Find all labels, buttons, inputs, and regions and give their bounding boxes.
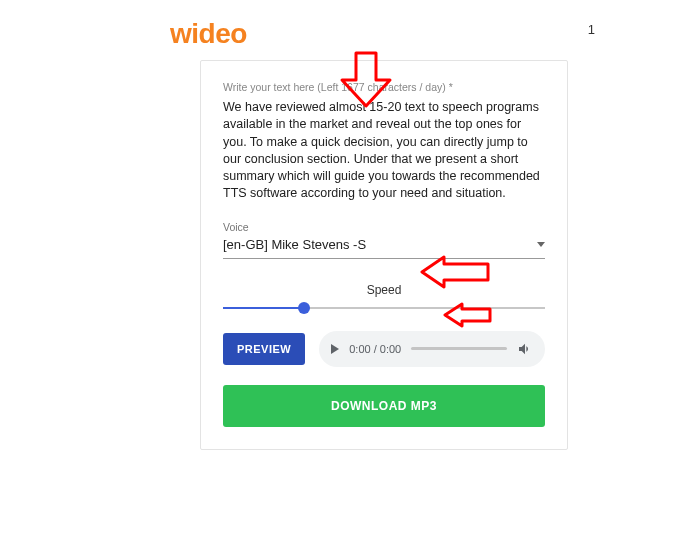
speed-slider[interactable] [223, 307, 545, 309]
audio-seek-track[interactable] [411, 347, 507, 350]
speed-slider-fill [223, 307, 304, 309]
play-icon[interactable] [331, 344, 339, 354]
audio-time-display: 0:00 / 0:00 [349, 343, 401, 355]
voice-dropdown[interactable]: [en-GB] Mike Stevens -S [223, 237, 545, 259]
wideo-logo: wideo [170, 18, 247, 50]
text-input[interactable]: We have reviewed almost 15-20 text to sp… [223, 99, 545, 203]
volume-icon[interactable] [517, 341, 533, 357]
tts-card: Write your text here (Left 1677 characte… [200, 60, 568, 450]
audio-player[interactable]: 0:00 / 0:00 [319, 331, 545, 367]
chevron-down-icon [537, 242, 545, 247]
download-mp3-button[interactable]: DOWNLOAD MP3 [223, 385, 545, 427]
voice-field-label: Voice [223, 221, 545, 233]
text-input-label: Write your text here (Left 1677 characte… [223, 81, 545, 93]
voice-selected-value: [en-GB] Mike Stevens -S [223, 237, 366, 252]
speed-slider-thumb[interactable] [298, 302, 310, 314]
preview-button[interactable]: PREVIEW [223, 333, 305, 365]
speed-label: Speed [223, 283, 545, 297]
header-counter: 1 [588, 22, 595, 37]
